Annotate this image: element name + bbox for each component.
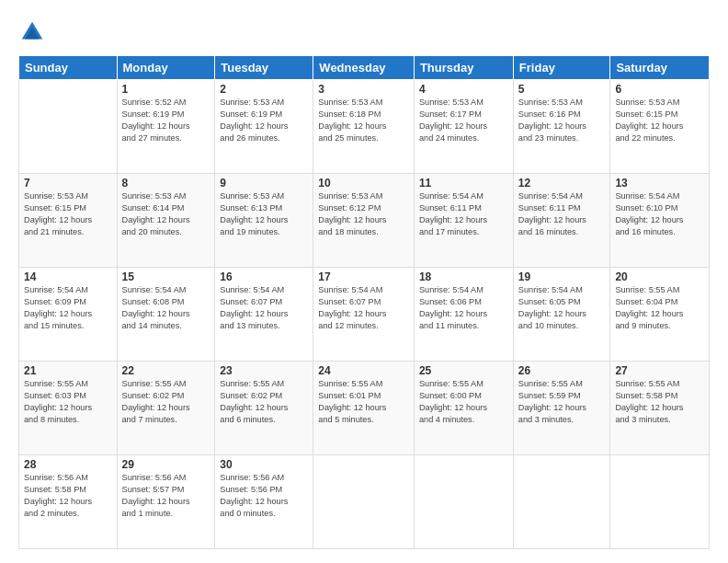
calendar-week-row: 21Sunrise: 5:55 AMSunset: 6:03 PMDayligh… xyxy=(19,362,710,455)
day-info: Sunrise: 5:53 AMSunset: 6:15 PMDaylight:… xyxy=(615,97,704,144)
day-info: Sunrise: 5:54 AMSunset: 6:07 PMDaylight:… xyxy=(318,284,409,332)
calendar-cell xyxy=(610,455,710,549)
calendar-cell: 23Sunrise: 5:55 AMSunset: 6:02 PMDayligh… xyxy=(215,362,313,455)
day-info: Sunrise: 5:55 AMSunset: 6:02 PMDaylight:… xyxy=(122,378,210,426)
day-info: Sunrise: 5:54 AMSunset: 6:08 PMDaylight:… xyxy=(122,284,210,332)
calendar-cell: 18Sunrise: 5:54 AMSunset: 6:06 PMDayligh… xyxy=(414,268,513,362)
calendar-week-row: 1Sunrise: 5:52 AMSunset: 6:19 PMDaylight… xyxy=(19,80,710,174)
day-info: Sunrise: 5:54 AMSunset: 6:09 PMDaylight:… xyxy=(24,284,112,332)
day-info: Sunrise: 5:52 AMSunset: 6:19 PMDaylight:… xyxy=(122,97,210,144)
day-info: Sunrise: 5:54 AMSunset: 6:06 PMDaylight:… xyxy=(419,284,508,332)
day-number: 5 xyxy=(518,83,606,96)
calendar-cell: 25Sunrise: 5:55 AMSunset: 6:00 PMDayligh… xyxy=(414,362,513,455)
calendar-cell: 4Sunrise: 5:53 AMSunset: 6:17 PMDaylight… xyxy=(414,80,513,174)
day-number: 1 xyxy=(122,83,210,96)
calendar-header-row: SundayMondayTuesdayWednesdayThursdayFrid… xyxy=(19,56,710,80)
calendar-cell xyxy=(313,455,415,549)
calendar-week-row: 7Sunrise: 5:53 AMSunset: 6:15 PMDaylight… xyxy=(19,174,710,268)
calendar-cell: 14Sunrise: 5:54 AMSunset: 6:09 PMDayligh… xyxy=(19,268,118,362)
day-number: 9 xyxy=(220,177,308,190)
day-number: 7 xyxy=(24,177,112,190)
calendar-cell: 15Sunrise: 5:54 AMSunset: 6:08 PMDayligh… xyxy=(117,268,215,362)
calendar-cell: 3Sunrise: 5:53 AMSunset: 6:18 PMDaylight… xyxy=(313,80,415,174)
calendar-cell: 1Sunrise: 5:52 AMSunset: 6:19 PMDaylight… xyxy=(117,80,215,174)
day-info: Sunrise: 5:55 AMSunset: 6:03 PMDaylight:… xyxy=(24,378,112,426)
day-number: 16 xyxy=(220,270,308,283)
day-info: Sunrise: 5:55 AMSunset: 6:00 PMDaylight:… xyxy=(419,378,508,426)
day-number: 25 xyxy=(419,364,508,377)
day-header-monday: Monday xyxy=(117,56,215,80)
calendar-cell: 24Sunrise: 5:55 AMSunset: 6:01 PMDayligh… xyxy=(313,362,415,455)
day-number: 18 xyxy=(419,270,508,283)
calendar-cell: 12Sunrise: 5:54 AMSunset: 6:11 PMDayligh… xyxy=(513,174,610,268)
day-number: 19 xyxy=(518,270,606,283)
calendar-cell xyxy=(19,80,118,174)
day-number: 24 xyxy=(318,364,409,377)
day-number: 15 xyxy=(122,270,210,283)
day-number: 3 xyxy=(318,83,409,96)
day-number: 23 xyxy=(220,364,308,377)
logo-icon xyxy=(18,18,46,46)
calendar-cell: 26Sunrise: 5:55 AMSunset: 5:59 PMDayligh… xyxy=(513,362,610,455)
calendar-cell: 8Sunrise: 5:53 AMSunset: 6:14 PMDaylight… xyxy=(117,174,215,268)
day-info: Sunrise: 5:56 AMSunset: 5:57 PMDaylight:… xyxy=(122,472,210,520)
calendar-cell: 19Sunrise: 5:54 AMSunset: 6:05 PMDayligh… xyxy=(513,268,610,362)
calendar-week-row: 14Sunrise: 5:54 AMSunset: 6:09 PMDayligh… xyxy=(19,268,710,362)
day-info: Sunrise: 5:54 AMSunset: 6:11 PMDaylight:… xyxy=(518,190,606,238)
day-info: Sunrise: 5:53 AMSunset: 6:18 PMDaylight:… xyxy=(318,97,409,144)
day-number: 17 xyxy=(318,270,409,283)
day-number: 26 xyxy=(518,364,606,377)
calendar-cell: 13Sunrise: 5:54 AMSunset: 6:10 PMDayligh… xyxy=(610,174,710,268)
calendar-cell: 5Sunrise: 5:53 AMSunset: 6:16 PMDaylight… xyxy=(513,80,610,174)
day-info: Sunrise: 5:54 AMSunset: 6:05 PMDaylight:… xyxy=(518,284,606,332)
day-number: 20 xyxy=(615,270,704,283)
calendar-cell: 7Sunrise: 5:53 AMSunset: 6:15 PMDaylight… xyxy=(19,174,118,268)
day-info: Sunrise: 5:53 AMSunset: 6:16 PMDaylight:… xyxy=(518,97,606,144)
day-header-tuesday: Tuesday xyxy=(215,56,313,80)
day-number: 14 xyxy=(24,270,112,283)
day-number: 4 xyxy=(419,83,508,96)
calendar-cell: 9Sunrise: 5:53 AMSunset: 6:13 PMDaylight… xyxy=(215,174,313,268)
day-number: 2 xyxy=(220,83,308,96)
day-header-friday: Friday xyxy=(513,56,610,80)
day-number: 21 xyxy=(24,364,112,377)
day-number: 6 xyxy=(615,83,704,96)
day-header-thursday: Thursday xyxy=(414,56,513,80)
calendar-week-row: 28Sunrise: 5:56 AMSunset: 5:58 PMDayligh… xyxy=(19,455,710,549)
day-info: Sunrise: 5:55 AMSunset: 5:58 PMDaylight:… xyxy=(615,378,704,426)
day-info: Sunrise: 5:53 AMSunset: 6:14 PMDaylight:… xyxy=(122,190,210,238)
day-info: Sunrise: 5:56 AMSunset: 5:56 PMDaylight:… xyxy=(220,472,308,520)
calendar-cell: 27Sunrise: 5:55 AMSunset: 5:58 PMDayligh… xyxy=(610,362,710,455)
day-info: Sunrise: 5:54 AMSunset: 6:07 PMDaylight:… xyxy=(220,284,308,332)
day-info: Sunrise: 5:53 AMSunset: 6:12 PMDaylight:… xyxy=(318,190,409,238)
day-header-wednesday: Wednesday xyxy=(313,56,415,80)
calendar-cell: 11Sunrise: 5:54 AMSunset: 6:11 PMDayligh… xyxy=(414,174,513,268)
day-info: Sunrise: 5:55 AMSunset: 5:59 PMDaylight:… xyxy=(518,378,606,426)
calendar-cell: 2Sunrise: 5:53 AMSunset: 6:19 PMDaylight… xyxy=(215,80,313,174)
calendar-cell: 29Sunrise: 5:56 AMSunset: 5:57 PMDayligh… xyxy=(117,455,215,549)
day-info: Sunrise: 5:56 AMSunset: 5:58 PMDaylight:… xyxy=(24,472,112,520)
day-number: 27 xyxy=(615,364,704,377)
logo xyxy=(18,18,50,46)
day-info: Sunrise: 5:53 AMSunset: 6:13 PMDaylight:… xyxy=(220,190,308,238)
day-number: 29 xyxy=(122,458,210,471)
day-info: Sunrise: 5:53 AMSunset: 6:17 PMDaylight:… xyxy=(419,97,508,144)
day-number: 8 xyxy=(122,177,210,190)
page: SundayMondayTuesdayWednesdayThursdayFrid… xyxy=(0,0,728,563)
calendar-cell: 10Sunrise: 5:53 AMSunset: 6:12 PMDayligh… xyxy=(313,174,415,268)
day-info: Sunrise: 5:54 AMSunset: 6:11 PMDaylight:… xyxy=(419,190,508,238)
day-number: 11 xyxy=(419,177,508,190)
calendar-cell xyxy=(414,455,513,549)
day-info: Sunrise: 5:55 AMSunset: 6:01 PMDaylight:… xyxy=(318,378,409,426)
header xyxy=(18,14,710,46)
day-info: Sunrise: 5:53 AMSunset: 6:19 PMDaylight:… xyxy=(220,97,308,144)
calendar-cell: 30Sunrise: 5:56 AMSunset: 5:56 PMDayligh… xyxy=(215,455,313,549)
day-header-saturday: Saturday xyxy=(610,56,710,80)
day-number: 12 xyxy=(518,177,606,190)
day-number: 13 xyxy=(615,177,704,190)
calendar-table: SundayMondayTuesdayWednesdayThursdayFrid… xyxy=(18,55,710,549)
calendar-cell: 20Sunrise: 5:55 AMSunset: 6:04 PMDayligh… xyxy=(610,268,710,362)
calendar-cell: 17Sunrise: 5:54 AMSunset: 6:07 PMDayligh… xyxy=(313,268,415,362)
day-info: Sunrise: 5:54 AMSunset: 6:10 PMDaylight:… xyxy=(615,190,704,238)
day-number: 30 xyxy=(220,458,308,471)
